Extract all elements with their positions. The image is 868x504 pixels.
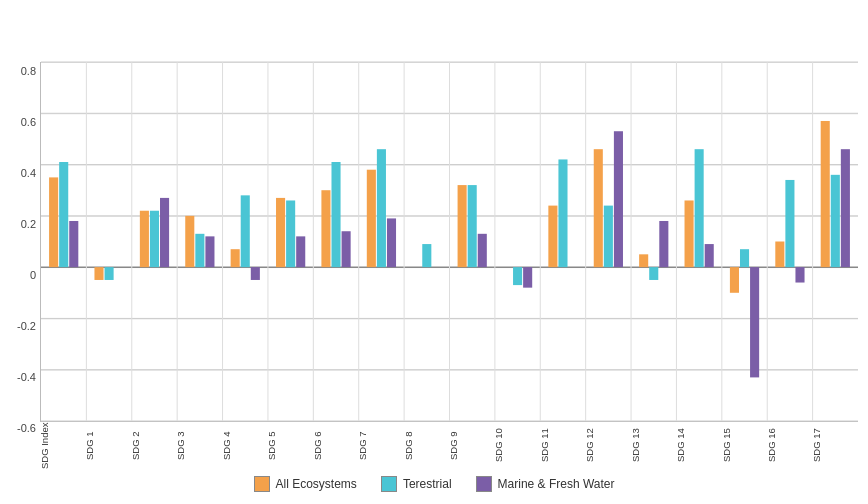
x-axis-label: SDG 16 [767,422,812,472]
x-axis-label: SDG 7 [358,422,403,472]
svg-rect-48 [422,244,431,267]
svg-rect-32 [160,198,169,267]
svg-rect-53 [523,267,532,288]
y-axis-label: 0.4 [21,168,36,179]
svg-rect-33 [185,216,194,267]
chart-container: 0.80.60.40.20-0.2-0.4-0.6 SDG IndexSDG 1… [0,0,868,504]
x-axis-label: SDG 12 [585,422,630,472]
x-axis-label: SDG 14 [676,422,721,472]
svg-rect-40 [286,201,295,268]
svg-rect-29 [105,267,114,280]
legend-swatch [381,476,397,492]
x-axis-label: SDG 17 [812,422,857,472]
svg-rect-70 [795,267,804,282]
svg-rect-39 [276,198,285,267]
y-axis-label: -0.2 [17,321,36,332]
svg-rect-49 [458,185,467,267]
legend-label: Marine & Fresh Water [498,477,615,491]
svg-rect-60 [649,267,658,280]
legend-swatch [254,476,270,492]
svg-rect-50 [468,185,477,267]
plot-area [40,62,858,422]
svg-rect-69 [785,180,794,267]
y-axis-label: 0 [30,270,36,281]
chart-area: 0.80.60.40.20-0.2-0.4-0.6 SDG IndexSDG 1… [10,62,858,472]
legend: All EcosystemsTerestrialMarine & Fresh W… [254,476,615,492]
x-axis-label: SDG 3 [176,422,221,472]
legend-label: All Ecosystems [276,477,357,491]
svg-rect-26 [59,162,68,267]
svg-rect-71 [821,121,830,267]
svg-rect-45 [367,170,376,267]
svg-rect-42 [321,190,330,267]
legend-label: Terestrial [403,477,452,491]
x-axis-label: SDG 5 [267,422,312,472]
svg-rect-57 [604,206,613,268]
svg-rect-66 [740,249,749,267]
svg-rect-34 [195,234,204,267]
svg-rect-56 [594,149,603,267]
chart-inner: SDG IndexSDG 1SDG 2SDG 3SDG 4SDG 5SDG 6S… [40,62,858,472]
svg-rect-27 [69,221,78,267]
svg-rect-30 [140,211,149,267]
legend-item: Marine & Fresh Water [476,476,615,492]
y-axis-label: -0.6 [17,423,36,434]
legend-swatch [476,476,492,492]
svg-rect-65 [730,267,739,293]
svg-rect-73 [841,149,850,267]
y-axis-label: 0.2 [21,219,36,230]
svg-rect-62 [685,201,694,268]
x-axis-label: SDG Index [40,422,85,472]
x-axis-label: SDG 4 [222,422,267,472]
x-axis-label: SDG 15 [722,422,767,472]
svg-rect-58 [614,131,623,267]
svg-rect-44 [342,231,351,267]
svg-rect-36 [231,249,240,267]
x-axis-label: SDG 13 [631,422,676,472]
svg-rect-43 [331,162,340,267]
x-axis-label: SDG 8 [404,422,449,472]
legend-item: All Ecosystems [254,476,357,492]
x-axis-label: SDG 9 [449,422,494,472]
y-axis-label: 0.6 [21,117,36,128]
svg-rect-55 [558,160,567,268]
legend-item: Terestrial [381,476,452,492]
y-axis: 0.80.60.40.20-0.2-0.4-0.6 [10,62,40,472]
x-axis-label: SDG 11 [540,422,585,472]
svg-rect-72 [831,175,840,267]
svg-rect-52 [513,267,522,285]
svg-rect-28 [94,267,103,280]
x-axis-label: SDG 1 [85,422,130,472]
svg-rect-46 [377,149,386,267]
y-axis-label: -0.4 [17,372,36,383]
x-axis-label: SDG 2 [131,422,176,472]
svg-rect-67 [750,267,759,377]
svg-rect-64 [705,244,714,267]
bars-svg [41,62,858,421]
svg-rect-68 [775,242,784,268]
svg-rect-31 [150,211,159,267]
svg-rect-59 [639,255,648,268]
svg-rect-54 [548,206,557,268]
x-axis-labels: SDG IndexSDG 1SDG 2SDG 3SDG 4SDG 5SDG 6S… [40,422,858,472]
svg-rect-61 [659,221,668,267]
x-axis-label: SDG 10 [494,422,539,472]
svg-rect-51 [478,234,487,267]
svg-rect-37 [241,196,250,268]
svg-rect-63 [695,149,704,267]
svg-rect-47 [387,219,396,268]
svg-rect-35 [205,237,214,268]
svg-rect-25 [49,178,58,268]
y-axis-label: 0.8 [21,66,36,77]
svg-rect-41 [296,237,305,268]
svg-rect-38 [251,267,260,280]
x-axis-label: SDG 6 [313,422,358,472]
